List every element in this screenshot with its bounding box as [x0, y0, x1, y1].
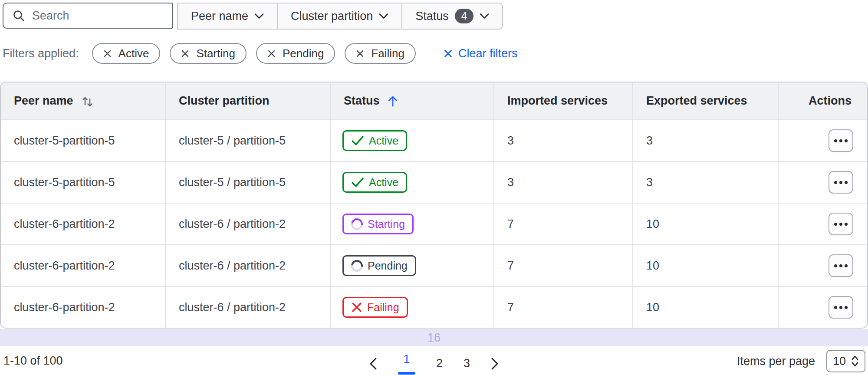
column-header-label: Exported services — [646, 94, 747, 108]
page-navigation: 1 2 3 — [363, 349, 505, 375]
clear-filters-button[interactable]: Clear filters — [444, 47, 518, 60]
row-actions-button[interactable] — [829, 171, 853, 194]
chevron-down-icon — [379, 13, 388, 19]
status-badge-starting: Starting — [342, 214, 414, 234]
peer-name-cell: cluster-6-partition-2 — [1, 245, 165, 286]
check-icon — [351, 177, 364, 188]
column-header-label: Cluster partition — [179, 94, 270, 108]
filter-chip-label: Starting — [196, 47, 235, 60]
remove-filter-icon — [181, 49, 189, 58]
cluster-partition-filter-dropdown[interactable]: Cluster partition — [277, 3, 401, 29]
status-cell: Starting — [330, 204, 493, 244]
peers-table: Peer name Cluster partition Status Impor… — [0, 82, 868, 329]
search-box[interactable] — [3, 3, 173, 29]
imported-services-cell: 3 — [493, 162, 632, 203]
imported-services-cell: 3 — [493, 120, 632, 161]
row-actions-button[interactable] — [829, 296, 853, 319]
cluster-partition-cell: cluster-5 / partition-5 — [165, 120, 330, 161]
peer-name-cell: cluster-5-partition-5 — [1, 162, 165, 203]
sort-ascending-icon — [387, 95, 399, 108]
exported-services-cell: 3 — [632, 162, 778, 203]
page-button-3[interactable]: 3 — [457, 353, 476, 374]
items-per-page-control: Items per page 10 — [737, 350, 865, 372]
peer-name-cell: cluster-5-partition-5 — [1, 120, 165, 161]
previous-page-button[interactable] — [363, 353, 383, 375]
filter-chip-active[interactable]: Active — [92, 43, 161, 64]
chevron-down-icon — [480, 13, 489, 19]
page-button-1[interactable]: 1 — [392, 349, 421, 375]
table-row: cluster-5-partition-5 cluster-5 / partit… — [1, 161, 867, 203]
exported-services-cell: 3 — [632, 120, 778, 161]
table-header-row: Peer name Cluster partition Status Impor… — [1, 82, 867, 119]
cluster-partition-filter-label: Cluster partition — [291, 10, 373, 23]
cluster-partition-cell: cluster-6 / partition-2 — [165, 245, 330, 286]
pagination-bar: 1-10 of 100 1 2 3 Items per page 10 — [0, 346, 868, 375]
chevron-right-icon — [491, 357, 499, 370]
row-actions-button[interactable] — [829, 213, 853, 235]
status-label: Active — [369, 135, 398, 147]
column-header-status[interactable]: Status — [330, 82, 493, 119]
spinner-icon — [349, 257, 365, 274]
filter-chip-label: Active — [118, 47, 149, 60]
column-header-peer-name[interactable]: Peer name — [1, 82, 165, 119]
filter-chip-label: Pending — [283, 47, 324, 60]
filters-applied-label: Filters applied: — [3, 47, 79, 60]
imported-services-cell: 7 — [493, 204, 632, 244]
filter-chip-failing[interactable]: Failing — [345, 43, 416, 64]
next-page-button[interactable] — [485, 353, 505, 375]
column-header-cluster-partition: Cluster partition — [165, 82, 330, 119]
table-row: cluster-6-partition-2 cluster-6 / partit… — [1, 244, 867, 286]
remove-filter-icon — [267, 49, 276, 58]
column-header-label: Peer name — [14, 94, 73, 108]
results-range-label: 1-10 of 100 — [3, 354, 63, 368]
slide-number: 16 — [427, 331, 441, 345]
items-per-page-select[interactable]: 10 — [826, 350, 865, 372]
status-filter-label: Status — [415, 10, 449, 23]
status-label: Failing — [367, 301, 399, 314]
slide-number-strip: 16 — [0, 329, 868, 346]
search-input[interactable] — [32, 9, 162, 23]
imported-services-cell: 7 — [493, 287, 632, 328]
status-cell: Active — [330, 162, 493, 203]
stepper-chevrons-icon — [851, 355, 859, 368]
filter-chip-starting[interactable]: Starting — [170, 43, 247, 64]
actions-cell — [778, 162, 867, 203]
status-label: Starting — [368, 218, 405, 230]
row-actions-button[interactable] — [829, 129, 853, 152]
filters-applied-row: Filters applied: Active Starting Pending… — [3, 43, 865, 64]
chevron-down-icon — [254, 13, 264, 19]
table-row: cluster-6-partition-2 cluster-6 / partit… — [1, 203, 867, 244]
search-icon — [12, 9, 25, 22]
status-filter-count-badge: 4 — [455, 9, 473, 24]
actions-cell — [778, 287, 867, 328]
clear-filters-icon — [444, 49, 453, 58]
status-cell: Failing — [330, 287, 493, 328]
column-header-label: Actions — [809, 94, 852, 108]
peer-name-filter-label: Peer name — [191, 10, 248, 23]
chevron-left-icon — [369, 357, 377, 370]
status-label: Pending — [368, 260, 408, 272]
peer-name-filter-dropdown[interactable]: Peer name — [178, 3, 277, 29]
status-badge-active: Active — [342, 130, 407, 151]
filter-chip-label: Failing — [371, 47, 404, 60]
column-header-imported-services: Imported services — [493, 82, 632, 119]
column-header-actions: Actions — [778, 82, 867, 119]
status-badge-active: Active — [342, 172, 407, 193]
filter-dropdown-group: Peer name Cluster partition Status 4 — [177, 3, 503, 30]
column-header-label: Imported services — [507, 94, 608, 108]
spinner-icon — [349, 216, 365, 232]
status-filter-dropdown[interactable]: Status 4 — [401, 3, 502, 29]
column-header-label: Status — [344, 94, 380, 108]
filter-chip-pending[interactable]: Pending — [256, 43, 335, 64]
table-row: cluster-6-partition-2 cluster-6 / partit… — [1, 286, 867, 328]
clear-filters-label: Clear filters — [458, 47, 518, 60]
row-actions-button[interactable] — [829, 254, 853, 277]
exported-services-cell: 10 — [632, 245, 778, 286]
column-header-exported-services: Exported services — [632, 82, 778, 119]
x-icon — [351, 302, 362, 313]
imported-services-cell: 7 — [493, 245, 632, 286]
page-button-2[interactable]: 2 — [430, 353, 449, 374]
filter-toolbar: Peer name Cluster partition Status 4 — [3, 3, 503, 30]
sort-swap-icon — [80, 94, 94, 108]
peer-name-cell: cluster-6-partition-2 — [1, 287, 165, 328]
